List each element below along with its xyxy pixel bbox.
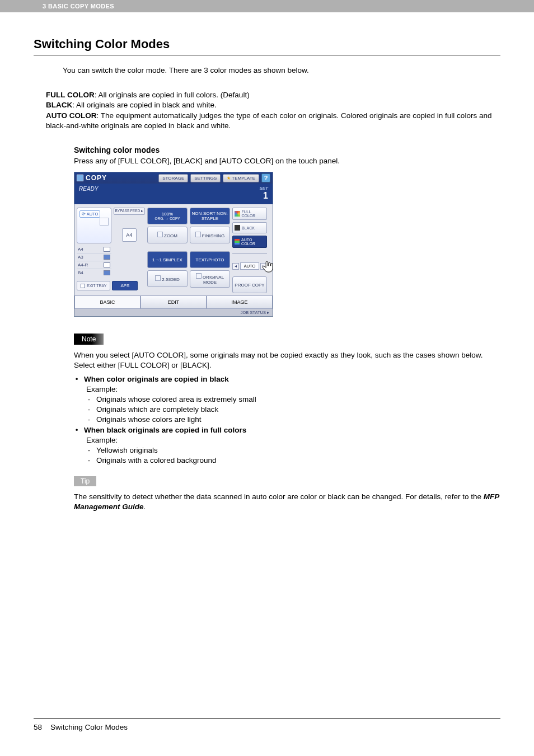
aps-button[interactable]: APS <box>112 281 138 290</box>
sub-heading: Switching color modes <box>74 145 500 154</box>
chapter-label: 3 BASIC COPY MODES <box>43 3 114 10</box>
note-case2-heading: When black originals are copied in full … <box>84 425 246 435</box>
finishing-icon <box>195 232 201 237</box>
simplex-header: 1→1 SIMPLEX <box>147 251 188 268</box>
twoside-icon <box>155 275 161 281</box>
two-sided-button[interactable]: 2-SIDED <box>147 270 188 287</box>
tab-basic[interactable]: BASIC <box>74 295 140 309</box>
black-icon <box>235 225 240 231</box>
full-color-icon <box>235 211 240 217</box>
note-badge: Note <box>74 334 104 345</box>
template-button[interactable]: TEMPLATE <box>223 174 259 182</box>
textphoto-header: TEXT/PHOTO <box>190 251 230 268</box>
tab-edit[interactable]: EDIT <box>140 295 207 309</box>
tray-row: B4 <box>77 269 111 276</box>
black-desc: : All originals are copied in black and … <box>72 101 216 109</box>
footer-title: Switching Color Modes <box>50 723 128 731</box>
sub-text: Press any of [FULL COLOR], [BLACK] and [… <box>74 157 500 165</box>
set-count: 1 <box>263 191 268 200</box>
note-case1-heading: When color originals are copied in black <box>84 374 229 384</box>
page-header-bar: 3 BASIC COPY MODES <box>0 0 534 12</box>
black-button[interactable]: BLACK <box>232 222 267 233</box>
note-case1-item: Originals whose colors are light <box>96 415 202 425</box>
finishing-button[interactable]: FINISHING <box>190 227 230 243</box>
tip-badge: Tip <box>74 476 96 486</box>
note-case1-item: Originals whose colored area is extremel… <box>96 395 256 405</box>
paper-icon <box>100 218 109 226</box>
density-left-button[interactable]: ◂ <box>232 263 239 270</box>
page-footer: 58 Switching Color Modes <box>34 718 500 731</box>
job-status-button[interactable]: JOB STATUS ▸ <box>74 309 273 316</box>
copy-icon <box>77 175 83 181</box>
note-case2-item: Yellowish originals <box>96 445 158 456</box>
proof-copy-button[interactable]: PROOF COPY <box>232 276 267 293</box>
original-icon <box>196 273 202 279</box>
note-intro: When you select [AUTO COLOR], some origi… <box>74 350 500 370</box>
black-label: BLACK <box>46 101 72 109</box>
pointer-hand-icon <box>261 260 276 275</box>
tray-row: A4-R <box>77 261 111 269</box>
panel-title: COPY <box>86 174 107 182</box>
note-case2-item: Originals with a colored background <box>96 456 217 466</box>
note-case1-item: Originals which are completely black <box>96 405 218 415</box>
zoom-icon <box>157 232 163 237</box>
full-color-label: FULL COLOR <box>46 91 95 99</box>
storage-button[interactable]: STORAGE <box>158 174 188 182</box>
tray-row: A4 <box>77 246 111 253</box>
paper-preview: AUTO <box>77 208 111 243</box>
auto-color-button[interactable]: AUTO COLOR <box>232 236 267 248</box>
color-modes-block: FULL COLOR: All originals are copied in … <box>46 90 500 131</box>
ready-label: READY <box>79 186 98 201</box>
full-color-button[interactable]: FULL COLOR <box>232 208 267 220</box>
auto-badge: AUTO <box>79 210 100 218</box>
density-auto-label[interactable]: AUTO <box>240 262 259 270</box>
zoom-header: 100% ORG. → COPY <box>147 208 188 224</box>
title-rule <box>34 55 500 55</box>
tip-text: The sensitivity to detect whether the da… <box>74 492 500 512</box>
tray-icon <box>81 284 85 288</box>
page-title: Switching Color Modes <box>34 37 500 51</box>
selected-size[interactable]: A4 <box>122 228 137 242</box>
example-label-2: Example: <box>86 435 500 445</box>
sort-header: NON-SORT NON-STAPLE <box>190 208 230 224</box>
tab-image[interactable]: IMAGE <box>207 295 273 309</box>
touch-panel-screenshot: COPY STORAGE SETTINGS TEMPLATE ? READY S… <box>74 172 273 317</box>
paper-tray-list: A4 A3 A4-R B4 <box>77 246 111 276</box>
full-color-desc: : All originals are copied in full color… <box>95 91 250 99</box>
auto-color-icon <box>235 239 240 245</box>
original-mode-button[interactable]: ORIGINAL MODE <box>190 270 230 288</box>
intro-text: You can switch the color mode. There are… <box>63 65 500 76</box>
page-number: 58 <box>34 723 42 731</box>
help-button[interactable]: ? <box>261 173 270 182</box>
auto-color-label: AUTO COLOR <box>46 111 97 120</box>
example-label: Example: <box>86 384 500 395</box>
set-label: SET <box>259 186 268 191</box>
tray-row: A3 <box>77 253 111 261</box>
settings-button[interactable]: SETTINGS <box>190 174 221 182</box>
density-scale <box>232 253 267 259</box>
zoom-button[interactable]: ZOOM <box>147 227 188 243</box>
exit-tray-button[interactable]: EXIT TRAY <box>77 281 110 290</box>
auto-color-desc: : The equipment automatically judges the… <box>46 111 491 130</box>
bypass-feed-button[interactable]: BYPASS FEED ▸ <box>114 208 145 215</box>
